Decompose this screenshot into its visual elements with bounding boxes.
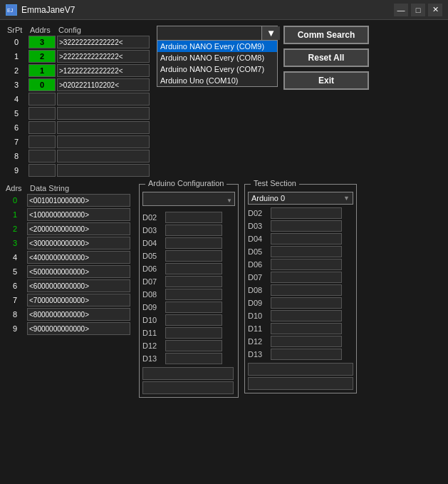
cell-config-5[interactable] [57, 107, 150, 120]
test-pin-label-4: D06 [248, 260, 268, 269]
ac-pin-field-10[interactable] [165, 340, 222, 351]
ac-pin-field-3[interactable] [165, 250, 222, 262]
test-pin-label-6: D08 [248, 286, 268, 294]
port-option-1[interactable]: Arduino NANO Every (COM8) [157, 52, 277, 63]
ac-pin-field-6[interactable] [165, 289, 222, 300]
ds-row-8: 8<8000000000000> [6, 308, 133, 321]
cell-addr-4[interactable] [28, 93, 56, 105]
ac-pin-row-0: D02 [142, 212, 235, 223]
port-input[interactable] [157, 28, 261, 39]
test-pin-label-7: D09 [248, 299, 268, 307]
ds-addr-4: 4 [6, 253, 24, 262]
test-pin-field-7[interactable] [271, 297, 342, 309]
cell-config-1[interactable]: >22222222222222< [57, 50, 150, 63]
test-pin-field-3[interactable] [271, 246, 342, 257]
cell-addr-7[interactable] [28, 135, 56, 148]
test-pin-label-1: D03 [248, 222, 268, 230]
app-icon: EJ [6, 4, 17, 16]
ds-field-7[interactable]: <7000000000000> [27, 294, 130, 307]
port-option-0[interactable]: Arduino NANO Every (COM9) [157, 41, 277, 52]
cell-config-2[interactable]: >12222222222222< [57, 64, 150, 77]
test-pin-label-11: D13 [248, 350, 268, 359]
test-pin-field-2[interactable] [271, 233, 342, 244]
test-pin-row-10: D12 [248, 336, 353, 347]
table-row: 03>32222222222222< [6, 36, 151, 48]
ds-field-8[interactable]: <8000000000000> [27, 308, 130, 321]
cell-config-0[interactable]: >32222222222222< [57, 36, 150, 48]
test-pin-field-6[interactable] [271, 284, 342, 296]
test-pin-label-5: D07 [248, 273, 268, 282]
ac-pin-field-5[interactable] [165, 276, 222, 287]
ac-pin-field-7[interactable] [165, 302, 222, 313]
arduino-config-dropdown[interactable] [142, 192, 235, 206]
test-pin-label-2: D04 [248, 235, 268, 243]
cell-config-9[interactable] [57, 164, 150, 177]
maximize-button[interactable]: □ [411, 4, 425, 16]
cell-srpt-6: 6 [6, 123, 27, 132]
ac-pin-field-2[interactable] [165, 237, 222, 249]
test-text-field-2[interactable] [248, 377, 353, 390]
test-text-field-1[interactable] [248, 363, 353, 376]
cell-addr-1[interactable]: 2 [28, 50, 56, 63]
ac-pin-label-6: D08 [142, 290, 162, 299]
table-row: 21>12222222222222< [6, 64, 151, 77]
cell-config-7[interactable] [57, 135, 150, 148]
ac-text-field-1[interactable] [142, 367, 234, 380]
cell-addr-0[interactable]: 3 [28, 36, 56, 48]
ds-field-4[interactable]: <4000000000000> [27, 251, 130, 264]
test-pin-field-10[interactable] [271, 336, 342, 347]
cell-addr-3[interactable]: 0 [28, 78, 56, 91]
cell-addr-6[interactable] [28, 121, 56, 134]
test-pin-field-1[interactable] [271, 220, 342, 232]
ds-field-2[interactable]: <2000000000000> [27, 222, 130, 235]
cell-config-6[interactable] [57, 121, 150, 134]
minimize-button[interactable]: — [394, 4, 408, 16]
ds-row-5: 5<5000000000000> [6, 265, 133, 278]
cell-addr-8[interactable] [28, 150, 56, 163]
ac-pin-field-1[interactable] [165, 225, 222, 236]
ds-field-3[interactable]: <3000000000000> [27, 237, 130, 249]
test-pin-field-5[interactable] [271, 272, 342, 283]
table-row: 12>22222222222222< [6, 50, 151, 63]
ds-field-0[interactable]: <0010010000000> [27, 194, 130, 207]
ds-field-5[interactable]: <5000000000000> [27, 265, 130, 278]
cell-addr-9[interactable] [28, 164, 56, 177]
ac-pin-field-0[interactable] [165, 212, 222, 223]
cell-addr-2[interactable]: 1 [28, 64, 56, 77]
col-config-header: Config [58, 26, 151, 34]
test-pin-field-11[interactable] [271, 349, 342, 360]
close-button[interactable]: ✕ [428, 4, 442, 16]
reset-all-button[interactable]: Reset All [283, 48, 369, 67]
test-pin-field-8[interactable] [271, 310, 342, 321]
ac-text-field-2[interactable] [142, 381, 234, 394]
ds-field-9[interactable]: <9000000000000> [27, 322, 130, 335]
ds-addr-8: 8 [6, 310, 24, 319]
cell-config-3[interactable]: >0202221102202< [57, 78, 150, 91]
test-section-title: Test Section [251, 179, 299, 187]
port-option-2[interactable]: Arduino NANO Every (COM7) [157, 63, 277, 75]
ds-field-1[interactable]: <1000000000000> [27, 208, 130, 221]
port-option-3[interactable]: Arduino Uno (COM10) [157, 75, 277, 86]
ac-pin-row-6: D08 [142, 289, 235, 300]
test-pin-label-8: D10 [248, 311, 268, 320]
cell-config-8[interactable] [57, 150, 150, 163]
test-pin-field-0[interactable] [271, 207, 342, 219]
ac-pin-field-11[interactable] [165, 353, 222, 364]
ac-pin-row-11: D13 [142, 353, 235, 364]
ac-pin-field-4[interactable] [165, 263, 222, 274]
top-section: SrPt Addrs Config 03>32222222222222<12>2… [6, 26, 442, 178]
comm-search-button[interactable]: Comm Search [283, 26, 369, 44]
ac-pin-label-10: D12 [142, 341, 162, 350]
ds-addr-0: 0 [6, 196, 24, 205]
test-arduino-dropdown[interactable]: Arduino 0 Arduino 1 Arduino 2 [249, 192, 340, 204]
ac-pin-field-9[interactable] [165, 327, 222, 339]
test-pin-field-9[interactable] [271, 323, 342, 334]
cell-addr-5[interactable] [28, 107, 56, 120]
port-dropdown-button[interactable]: ▼ [261, 26, 280, 40]
ac-pin-field-8[interactable] [165, 314, 222, 326]
ds-field-6[interactable]: <6000000000000> [27, 279, 130, 292]
exit-button[interactable]: Exit [283, 71, 369, 90]
cell-config-4[interactable] [57, 93, 150, 105]
test-pin-row-5: D07 [248, 272, 353, 283]
test-pin-field-4[interactable] [271, 259, 342, 270]
